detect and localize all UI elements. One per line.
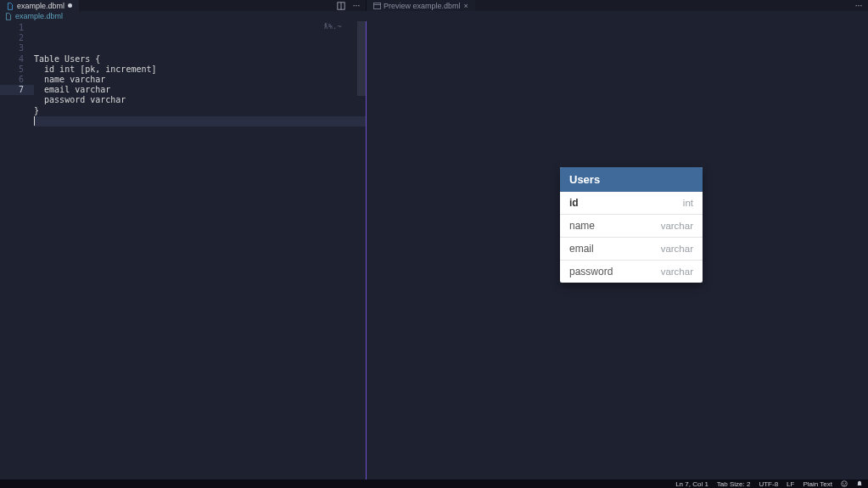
line-number: 7	[0, 85, 34, 95]
editor-tab-label: example.dbml	[17, 2, 64, 10]
more-actions-icon[interactable]: ···	[854, 2, 863, 10]
line-number: 3	[0, 43, 34, 53]
code-line[interactable]: id int [pk, increment]	[34, 65, 366, 75]
preview-pane[interactable]: Users idintnamevarcharemailvarcharpasswo…	[367, 21, 868, 480]
line-number: 5	[0, 65, 34, 75]
code-line[interactable]: Table Users {	[34, 54, 366, 65]
column-type: varchar	[661, 244, 693, 254]
table-card-header: Users	[560, 167, 703, 192]
column-name: email	[569, 243, 594, 255]
column-name: name	[569, 220, 595, 232]
open-editors-filename: example.dbml	[15, 12, 63, 20]
file-icon	[7, 3, 14, 9]
column-name: password	[569, 266, 613, 278]
scrollbar-thumb[interactable]	[357, 21, 366, 96]
code-line[interactable]: email varchar	[34, 85, 366, 95]
open-editors-row[interactable]: example.dbml	[0, 11, 868, 21]
table-row[interactable]: namevarchar	[560, 215, 703, 238]
code-line[interactable]	[34, 116, 366, 126]
preview-tab[interactable]: Preview example.dbml ×	[367, 0, 475, 11]
cursor	[34, 116, 35, 126]
editor-pane[interactable]: 1234567 ƛ%.~ Table Users { id int [pk, i…	[0, 21, 367, 480]
status-language[interactable]: Plain Text	[803, 480, 832, 488]
line-number: 4	[0, 54, 34, 65]
column-type: varchar	[661, 221, 693, 231]
column-type: varchar	[661, 266, 693, 277]
code-area[interactable]: ƛ%.~ Table Users { id int [pk, increment…	[34, 21, 366, 480]
left-pane-actions: ···	[337, 2, 361, 10]
svg-point-4	[842, 481, 848, 487]
status-eol[interactable]: LF	[787, 480, 794, 488]
left-pane-tabs: example.dbml ···	[0, 0, 367, 11]
table-row[interactable]: passwordvarchar	[560, 261, 703, 283]
code-lens: ƛ%.~	[324, 22, 342, 32]
svg-rect-2	[373, 3, 380, 8]
preview-icon	[373, 3, 380, 9]
column-name: id	[569, 197, 579, 209]
svg-point-5	[843, 483, 843, 484]
table-card-rows: idintnamevarcharemailvarcharpasswordvarc…	[560, 192, 703, 283]
svg-point-6	[845, 483, 846, 484]
line-number: 2	[0, 33, 34, 43]
editor-scrollbar[interactable]	[356, 21, 366, 480]
table-row[interactable]: emailvarchar	[560, 238, 703, 261]
status-tabsize[interactable]: Tab Size: 2	[717, 480, 751, 488]
table-row[interactable]: idint	[560, 192, 703, 215]
editor-tab[interactable]: example.dbml	[0, 0, 79, 11]
status-encoding[interactable]: UTF-8	[759, 480, 778, 488]
line-number: 1	[0, 23, 34, 33]
file-icon	[5, 13, 12, 20]
code-line[interactable]: }	[34, 106, 366, 116]
status-cursor[interactable]: Ln 7, Col 1	[675, 480, 708, 488]
status-feedback-icon[interactable]	[841, 480, 848, 487]
table-card[interactable]: Users idintnamevarcharemailvarcharpasswo…	[560, 167, 703, 283]
code-line[interactable]: name varchar	[34, 75, 366, 85]
status-bar: Ln 7, Col 1 Tab Size: 2 UTF-8 LF Plain T…	[0, 480, 868, 488]
code-line[interactable]: password varchar	[34, 95, 366, 105]
right-pane-actions: ···	[854, 2, 863, 10]
line-gutter: 1234567	[0, 21, 34, 480]
split-editor-icon[interactable]	[337, 2, 345, 10]
right-pane-tabs: Preview example.dbml × ···	[367, 0, 868, 11]
preview-tab-label: Preview example.dbml	[384, 2, 461, 10]
column-type: int	[683, 198, 693, 208]
body-split: 1234567 ƛ%.~ Table Users { id int [pk, i…	[0, 21, 868, 480]
dirty-indicator-icon	[68, 3, 72, 8]
tab-bar: example.dbml ··· Preview example.dbml × …	[0, 0, 868, 11]
status-bell-icon[interactable]	[856, 480, 863, 487]
line-number: 6	[0, 75, 34, 85]
more-actions-icon[interactable]: ···	[352, 2, 361, 10]
close-icon[interactable]: ×	[464, 2, 468, 10]
